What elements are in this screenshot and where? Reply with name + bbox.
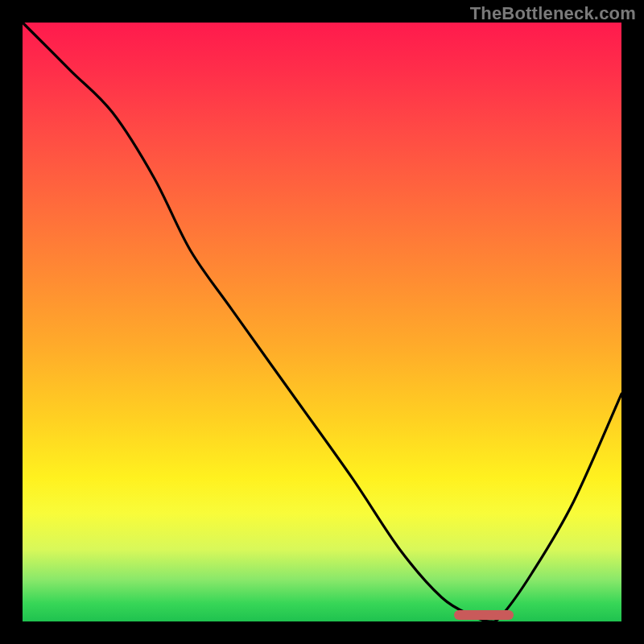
bottleneck-curve — [23, 23, 621, 621]
optimal-range-marker — [454, 610, 514, 620]
chart-frame: TheBottleneck.com — [0, 0, 644, 644]
watermark-text: TheBottleneck.com — [470, 3, 636, 24]
chart-plot-area — [23, 23, 621, 621]
